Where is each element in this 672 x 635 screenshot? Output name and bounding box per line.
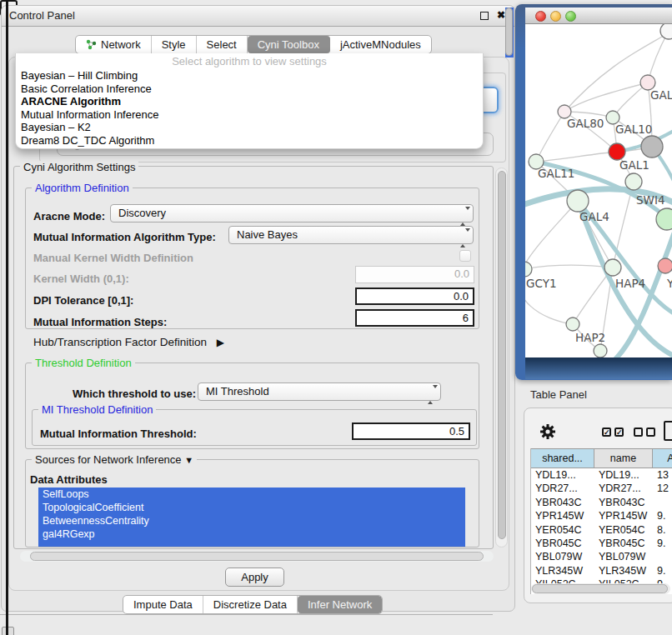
- attribute-item-topologicalcoefficient[interactable]: TopologicalCoefficient: [38, 501, 465, 514]
- mi-steps-field[interactable]: 6: [355, 309, 474, 327]
- algorithm-option-bayesian-k2[interactable]: Bayesian – K2: [16, 121, 483, 134]
- node-swi4-big[interactable]: [656, 208, 672, 230]
- checked-checkbox-icon[interactable]: ✓: [614, 428, 624, 437]
- network-edge[interactable]: [525, 201, 578, 269]
- table-cell: YBL079W: [594, 550, 653, 563]
- node-gal4[interactable]: [567, 190, 589, 212]
- table-row[interactable]: YDR27...YDR27...12: [531, 482, 672, 495]
- settings-vertical-thumb[interactable]: [498, 171, 506, 539]
- tab-cyni-toolbox[interactable]: Cyni Toolbox: [248, 36, 330, 53]
- dpi-tolerance-field[interactable]: 0.0: [355, 288, 474, 305]
- node-swi4-label: SWI4: [636, 193, 665, 207]
- table-row[interactable]: YPR145WYPR145W9.: [531, 509, 672, 522]
- tab-jactivemnodules[interactable]: jActiveMNodules: [330, 36, 431, 53]
- column-header-name[interactable]: name: [594, 449, 653, 468]
- network-edge[interactable]: [564, 82, 648, 112]
- node-swi4[interactable]: [625, 173, 642, 190]
- algorithm-option-basic-correlation-inference[interactable]: Basic Correlation Inference: [16, 82, 483, 96]
- tab-impute-data[interactable]: Impute Data: [123, 596, 203, 613]
- table-horizontal-scrollbar[interactable]: [531, 583, 670, 594]
- network-canvas[interactable]: GAL8GAL80GAL10GAL1GAL11SWI4GAL4GCY1HAP4Y…: [525, 24, 672, 358]
- node-hap2[interactable]: [566, 318, 579, 331]
- network-edge[interactable]: [536, 112, 564, 162]
- control-panel-titlebar[interactable]: Control Panel ✖: [2, 6, 514, 27]
- float-window-icon[interactable]: [480, 12, 489, 20]
- attributes-scrollbar-thumb[interactable]: [505, 8, 513, 56]
- node-salmon[interactable]: [658, 258, 672, 273]
- kernel-width-field[interactable]: 0.0: [355, 266, 474, 283]
- minimize-traffic-light-icon[interactable]: [550, 11, 561, 22]
- network-edge[interactable]: [525, 265, 613, 269]
- column-header-shared[interactable]: shared...: [531, 449, 594, 468]
- node-gal10-label: GAL10: [615, 122, 652, 136]
- expanded-arrow-icon[interactable]: ▼: [184, 455, 193, 465]
- manual-kernel-checkbox[interactable]: [459, 250, 471, 262]
- collapsed-arrow-icon[interactable]: ▶: [217, 337, 224, 348]
- table-cell: YIL052C: [531, 578, 594, 583]
- node-hap4[interactable]: [604, 259, 621, 276]
- sources-legend-label: Sources for Network Inference: [35, 453, 182, 466]
- minimized-window-icon[interactable]: [2, 627, 14, 635]
- hub-definition-section[interactable]: Hub/Transcription Factor Definition ▶: [33, 336, 224, 348]
- table-row[interactable]: YBR043CYBR043C: [531, 496, 672, 509]
- settings-horizontal-thumb[interactable]: [30, 552, 484, 561]
- settings-horizontal-scrollbar[interactable]: [20, 551, 494, 562]
- tab-network[interactable]: Network: [76, 36, 152, 53]
- apply-button[interactable]: Apply: [225, 568, 284, 587]
- column-header-a[interactable]: A: [653, 449, 672, 468]
- checked-checkbox-icon[interactable]: ✓: [602, 428, 611, 437]
- data-attributes-list[interactable]: SelfLoopsTopologicalCoefficientBetweenne…: [38, 488, 465, 547]
- tab-select[interactable]: Select: [197, 36, 248, 53]
- node-gcy1[interactable]: [525, 262, 532, 277]
- attributes-scrollbar[interactable]: [505, 8, 514, 58]
- tab-discretize-data[interactable]: Discretize Data: [203, 596, 298, 613]
- algorithm-definition-legend: Algorithm Definition: [32, 182, 133, 194]
- zoom-traffic-light-icon[interactable]: [565, 11, 576, 22]
- node-bottom[interactable]: [594, 344, 607, 358]
- node-gal1[interactable]: [609, 143, 625, 160]
- node-gal1-label: GAL1: [619, 158, 649, 172]
- aracne-mode-combobox[interactable]: Discovery: [110, 204, 474, 222]
- unchecked-checkbox-icon[interactable]: [634, 428, 643, 437]
- table-rows: YDL19...YDL19...13YDR27...YDR27...12YBR0…: [531, 468, 672, 583]
- algorithm-option-mutual-information-inference[interactable]: Mutual Information Inference: [16, 108, 483, 122]
- mi-type-combobox[interactable]: Naive Bayes: [228, 226, 474, 244]
- table-cell: YER054C: [531, 523, 594, 537]
- network-edge[interactable]: [615, 234, 672, 358]
- node-gray[interactable]: [641, 136, 663, 158]
- table-row[interactable]: YDL19...YDL19...13: [531, 468, 672, 482]
- algorithm-option-aracne-algorithm[interactable]: ARACNE Algorithm: [16, 95, 483, 108]
- table-cell: YLR345W: [594, 564, 653, 578]
- attribute-item-betweennesscentrality[interactable]: BetweennessCentrality: [38, 514, 465, 528]
- table-row[interactable]: YBL079WYBL079W: [531, 550, 672, 563]
- table-cell: 9: [653, 578, 672, 583]
- network-edge[interactable]: [536, 152, 617, 162]
- settings-vertical-scrollbar[interactable]: [495, 168, 508, 548]
- which-threshold-combobox[interactable]: MI Threshold: [198, 382, 441, 401]
- table-settings-gear-icon[interactable]: [539, 423, 556, 443]
- tab-infer-network[interactable]: Infer Network: [298, 596, 382, 613]
- table-row[interactable]: YBR045CYBR045C9.: [531, 537, 672, 550]
- tab-style[interactable]: Style: [152, 36, 197, 53]
- unchecked-checkbox-icon[interactable]: [646, 428, 655, 437]
- network-graph[interactable]: GAL8GAL80GAL10GAL1GAL11SWI4GAL4GCY1HAP4Y…: [525, 24, 672, 358]
- threshold-definition-legend: Threshold Definition: [32, 357, 135, 369]
- algorithm-option-dream8-dc-tdc-algorithm[interactable]: Dream8 DC_TDC Algorithm: [16, 134, 483, 148]
- sources-legend[interactable]: Sources for Network Inference ▼: [32, 453, 197, 466]
- algorithm-option-bayesian-hill-climbing[interactable]: Bayesian – Hill Climbing: [16, 69, 483, 82]
- attribute-item-selfloops[interactable]: SelfLoops: [38, 488, 465, 501]
- document-icon[interactable]: [664, 421, 672, 441]
- attribute-item-gal4rgexp[interactable]: gal4RGexp: [38, 528, 465, 541]
- mi-threshold-field[interactable]: 0.5: [352, 422, 470, 440]
- table-row[interactable]: YIL052CYIL052C9: [531, 578, 672, 583]
- table-horizontal-thumb[interactable]: [532, 584, 668, 593]
- close-icon[interactable]: ✖: [497, 9, 505, 21]
- table-cell: YBR043C: [594, 496, 653, 509]
- tab-label: Impute Data: [133, 598, 193, 611]
- close-traffic-light-icon[interactable]: [535, 11, 546, 22]
- table-row[interactable]: YLR345WYLR345W9.: [531, 564, 672, 578]
- data-attributes-label: Data Attributes: [30, 473, 108, 486]
- network-view-titlebar[interactable]: [525, 8, 672, 24]
- panel-divider: [0, 614, 493, 615]
- table-row[interactable]: YER054CYER054C8.: [531, 523, 672, 537]
